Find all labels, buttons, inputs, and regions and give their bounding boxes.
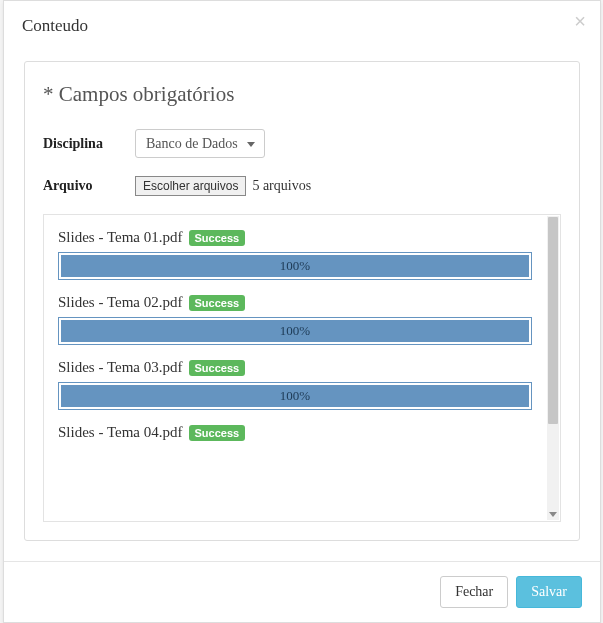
progress-bar: 100% bbox=[61, 255, 529, 277]
save-button[interactable]: Salvar bbox=[516, 576, 582, 608]
arquivo-row: Arquivo Escolher arquivos 5 arquivos bbox=[43, 176, 561, 196]
file-list-container: Slides - Tema 01.pdf Success 100% Slides… bbox=[43, 214, 561, 522]
progress-track: 100% bbox=[58, 252, 532, 280]
modal-title: Conteudo bbox=[22, 16, 582, 36]
list-item: Slides - Tema 01.pdf Success 100% bbox=[58, 221, 532, 280]
file-list: Slides - Tema 01.pdf Success 100% Slides… bbox=[44, 215, 546, 521]
list-item: Slides - Tema 04.pdf Success bbox=[58, 416, 532, 441]
modal-body: * Campos obrigatórios Disciplina Banco d… bbox=[4, 51, 600, 561]
progress-track: 100% bbox=[58, 317, 532, 345]
scroll-down-icon[interactable] bbox=[547, 508, 559, 520]
disciplina-row: Disciplina Banco de Dados bbox=[43, 129, 561, 158]
progress-bar: 100% bbox=[61, 385, 529, 407]
disciplina-select[interactable]: Banco de Dados bbox=[135, 129, 265, 158]
file-name: Slides - Tema 02.pdf bbox=[58, 294, 183, 311]
choose-files-button[interactable]: Escolher arquivos bbox=[135, 176, 246, 196]
progress-bar: 100% bbox=[61, 320, 529, 342]
disciplina-label: Disciplina bbox=[43, 136, 135, 152]
status-badge: Success bbox=[189, 425, 246, 441]
file-header: Slides - Tema 02.pdf Success bbox=[58, 294, 532, 311]
status-badge: Success bbox=[189, 295, 246, 311]
disciplina-select-wrap: Banco de Dados bbox=[135, 129, 265, 158]
form-panel: * Campos obrigatórios Disciplina Banco d… bbox=[24, 61, 580, 541]
required-fields-legend: * Campos obrigatórios bbox=[43, 82, 561, 107]
file-name: Slides - Tema 04.pdf bbox=[58, 424, 183, 441]
close-button[interactable]: Fechar bbox=[440, 576, 508, 608]
file-name: Slides - Tema 03.pdf bbox=[58, 359, 183, 376]
modal-footer: Fechar Salvar bbox=[4, 561, 600, 622]
progress-track: 100% bbox=[58, 382, 532, 410]
list-item: Slides - Tema 03.pdf Success 100% bbox=[58, 351, 532, 410]
file-header: Slides - Tema 03.pdf Success bbox=[58, 359, 532, 376]
modal-header: Conteudo × bbox=[4, 1, 600, 51]
close-icon[interactable]: × bbox=[574, 11, 586, 31]
scrollbar-track[interactable] bbox=[547, 216, 559, 520]
file-header: Slides - Tema 01.pdf Success bbox=[58, 229, 532, 246]
status-badge: Success bbox=[189, 230, 246, 246]
scrollbar-thumb[interactable] bbox=[548, 217, 558, 424]
file-count-text: 5 arquivos bbox=[252, 178, 311, 194]
status-badge: Success bbox=[189, 360, 246, 376]
file-header: Slides - Tema 04.pdf Success bbox=[58, 424, 532, 441]
modal-dialog: Conteudo × * Campos obrigatórios Discipl… bbox=[3, 0, 601, 623]
list-item: Slides - Tema 02.pdf Success 100% bbox=[58, 286, 532, 345]
arquivo-label: Arquivo bbox=[43, 178, 135, 194]
file-name: Slides - Tema 01.pdf bbox=[58, 229, 183, 246]
